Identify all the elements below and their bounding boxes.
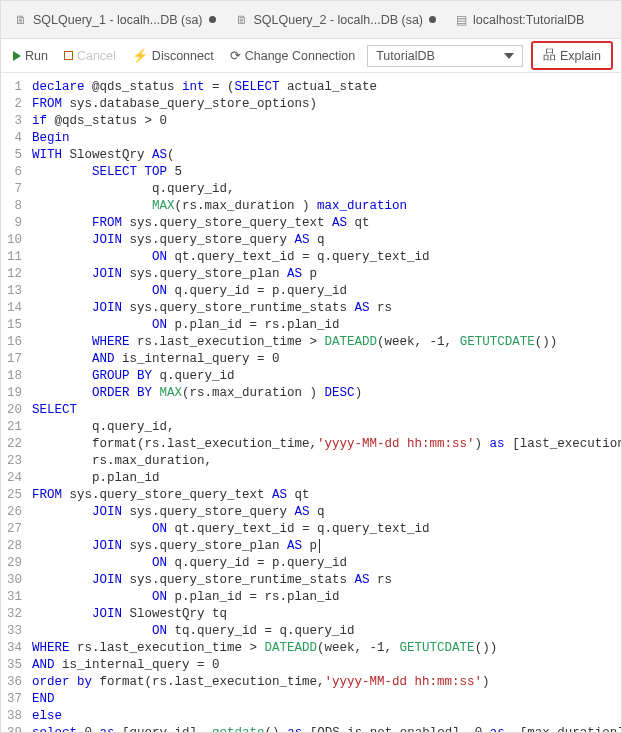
line-number-gutter: 1 2 3 4 5 6 7 8 9 10 11 12 13 14 15 16 1… bbox=[1, 73, 32, 732]
database-select[interactable]: TutorialDB bbox=[367, 45, 523, 67]
code-content[interactable]: declare @qds_status int = (SELECT actual… bbox=[32, 73, 621, 732]
tab-label: SQLQuery_1 - localh...DB (sa) bbox=[33, 13, 203, 27]
change-connection-button[interactable]: ⟳ Change Connection bbox=[226, 46, 360, 65]
disconnect-icon: ⚡ bbox=[132, 48, 148, 63]
tab-label: SQLQuery_2 - localh...DB (sa) bbox=[254, 13, 424, 27]
explain-plan-icon: 品 bbox=[543, 47, 556, 64]
editor-tabs: 🗎 SQLQuery_1 - localh...DB (sa) 🗎 SQLQue… bbox=[1, 1, 621, 39]
tab-label: localhost:TutorialDB bbox=[473, 13, 584, 27]
tab-sqlquery-1[interactable]: 🗎 SQLQuery_1 - localh...DB (sa) bbox=[5, 1, 226, 38]
explain-label: Explain bbox=[560, 49, 601, 63]
run-button[interactable]: Run bbox=[9, 47, 52, 65]
run-label: Run bbox=[25, 49, 48, 63]
cancel-button[interactable]: Cancel bbox=[60, 47, 120, 65]
query-toolbar: Run Cancel ⚡ Disconnect ⟳ Change Connect… bbox=[1, 39, 621, 73]
server-icon: ▤ bbox=[456, 13, 467, 27]
explain-highlight-box: 品 Explain bbox=[531, 41, 613, 70]
chevron-down-icon bbox=[504, 53, 514, 59]
change-connection-label: Change Connection bbox=[245, 49, 356, 63]
tab-server-dashboard[interactable]: ▤ localhost:TutorialDB bbox=[446, 1, 594, 38]
file-icon: 🗎 bbox=[236, 13, 248, 27]
file-icon: 🗎 bbox=[15, 13, 27, 27]
explain-button[interactable]: 品 Explain bbox=[535, 44, 609, 67]
stop-icon bbox=[64, 51, 73, 60]
disconnect-label: Disconnect bbox=[152, 49, 214, 63]
disconnect-button[interactable]: ⚡ Disconnect bbox=[128, 46, 218, 65]
cancel-label: Cancel bbox=[77, 49, 116, 63]
change-connection-icon: ⟳ bbox=[230, 48, 241, 63]
database-selected-value: TutorialDB bbox=[376, 49, 435, 63]
play-icon bbox=[13, 51, 21, 61]
dirty-dot-icon bbox=[429, 16, 436, 23]
code-editor[interactable]: 1 2 3 4 5 6 7 8 9 10 11 12 13 14 15 16 1… bbox=[1, 73, 621, 732]
dirty-dot-icon bbox=[209, 16, 216, 23]
tab-sqlquery-2[interactable]: 🗎 SQLQuery_2 - localh...DB (sa) bbox=[226, 1, 447, 38]
